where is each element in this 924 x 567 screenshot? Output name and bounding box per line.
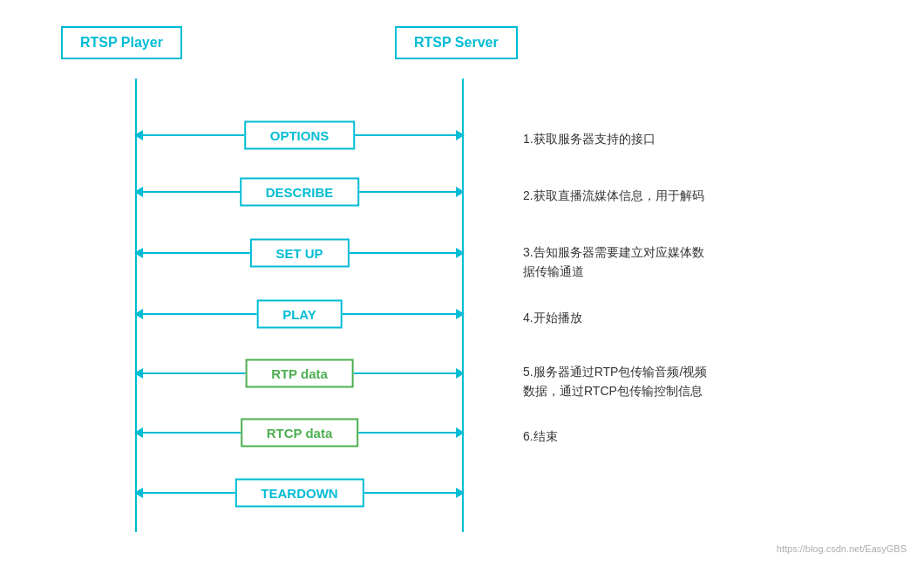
msg-box-play: PLAY bbox=[256, 300, 343, 329]
annotation-options: 1.获取服务器支持的接口 bbox=[523, 129, 656, 148]
msg-row-setup: SET UP bbox=[135, 234, 464, 272]
server-label: RTSP Server bbox=[414, 35, 499, 50]
annotation-rtcp: 6.结束 bbox=[523, 427, 558, 446]
msg-row-teardown: TEARDOWN bbox=[135, 474, 464, 512]
msg-row-play: PLAY bbox=[135, 295, 464, 333]
msg-row-rtp: RTP data bbox=[135, 354, 464, 393]
msg-row-rtcp: RTCP data bbox=[135, 413, 464, 452]
msg-row-options: OPTIONS bbox=[135, 116, 464, 154]
annotation-describe: 2.获取直播流媒体信息，用于解码 bbox=[523, 186, 704, 205]
msg-row-describe: DESCRIBE bbox=[135, 173, 464, 211]
msg-box-rtcp: RTCP data bbox=[241, 419, 359, 447]
entity-server: RTSP Server bbox=[395, 26, 518, 59]
msg-box-options: OPTIONS bbox=[244, 121, 356, 150]
annotation-setup: 3.告知服务器需要建立对应媒体数 据传输通道 bbox=[523, 243, 704, 282]
player-label: RTSP Player bbox=[80, 35, 163, 50]
diagram-container: RTSP Player RTSP Server https://blog.csd… bbox=[0, 0, 924, 567]
msg-box-rtp: RTP data bbox=[245, 359, 354, 388]
watermark: https://blog.csdn.net/EasyGBS bbox=[777, 543, 907, 554]
msg-box-setup: SET UP bbox=[249, 239, 349, 268]
msg-box-describe: DESCRIBE bbox=[240, 178, 360, 207]
annotation-rtp: 5.服务器通过RTP包传输音频/视频 数据，通过RTCP包传输控制信息 bbox=[523, 362, 707, 401]
msg-box-teardown: TEARDOWN bbox=[234, 479, 363, 508]
entity-player: RTSP Player bbox=[61, 26, 182, 59]
annotation-play: 4.开始播放 bbox=[523, 308, 582, 327]
